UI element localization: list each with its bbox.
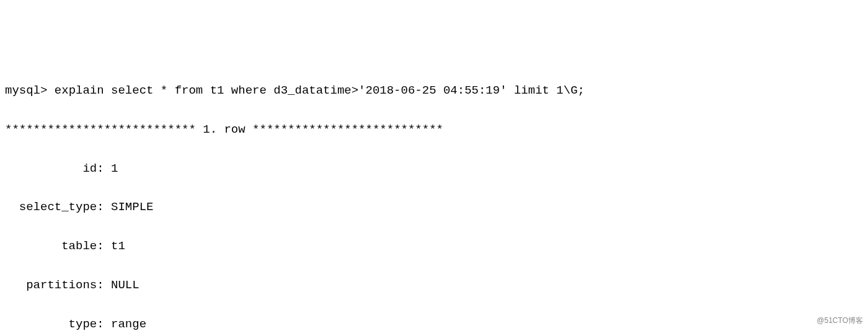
row-sep-label: 1. row bbox=[203, 123, 245, 136]
explain-row: table: t1 bbox=[5, 237, 863, 256]
explain-row: select_type: SIMPLE bbox=[5, 198, 863, 217]
field-value-id: 1 bbox=[111, 162, 118, 175]
query-line: mysql> explain select * from t1 where d3… bbox=[5, 81, 863, 100]
field-value-type: range bbox=[111, 317, 146, 331]
row-sep-left: *************************** bbox=[5, 123, 203, 136]
field-label-select-type: select_type bbox=[5, 198, 97, 217]
explain-row: partitions: NULL bbox=[5, 276, 863, 295]
field-label-type: type bbox=[5, 315, 97, 332]
row-separator: *************************** 1. row *****… bbox=[5, 120, 863, 139]
field-label-table: table bbox=[5, 237, 97, 256]
explain-row: type: range bbox=[5, 315, 863, 332]
sql-query: explain select * from t1 where d3_datati… bbox=[55, 84, 585, 97]
field-value-partitions: NULL bbox=[111, 278, 140, 292]
watermark: @51CTO博客 bbox=[817, 315, 863, 327]
explain-row: id: 1 bbox=[5, 159, 863, 179]
mysql-prompt: mysql> bbox=[5, 84, 55, 97]
field-value-select-type: SIMPLE bbox=[111, 200, 153, 214]
row-sep-right: *************************** bbox=[246, 123, 443, 136]
field-label-id: id bbox=[5, 159, 97, 179]
field-value-table: t1 bbox=[111, 239, 125, 253]
field-label-partitions: partitions bbox=[5, 276, 97, 295]
